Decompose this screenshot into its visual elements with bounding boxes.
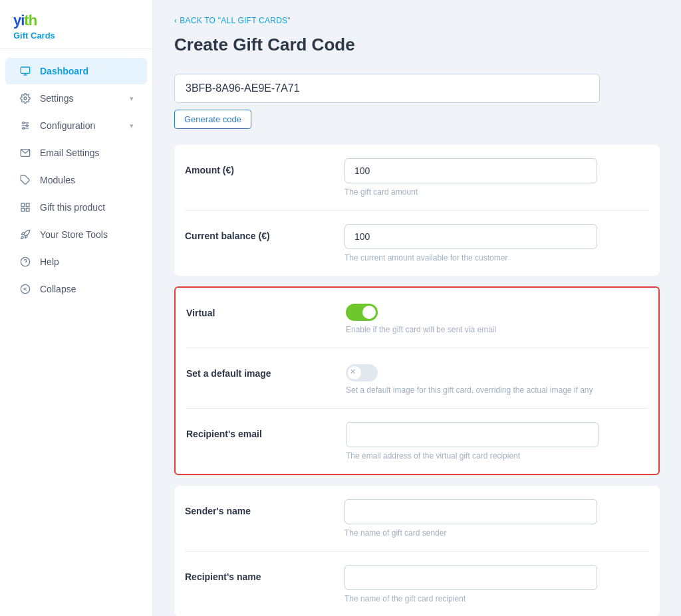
chevron-down-icon: ▾ — [130, 122, 134, 130]
virtual-toggle[interactable]: ✓ — [346, 304, 378, 321]
envelope-icon — [19, 146, 32, 159]
recipient-email-input[interactable] — [346, 422, 599, 447]
rocket-icon — [19, 228, 32, 241]
sidebar-item-label: Help — [40, 257, 59, 267]
sidebar-item-label: Email Settings — [40, 148, 99, 158]
sidebar-item-label: Dashboard — [40, 66, 88, 76]
chevron-down-icon: ▾ — [130, 94, 134, 103]
sidebar-item-modules[interactable]: Modules — [5, 167, 147, 193]
back-link-text: BACK TO "ALL GIFT CARDS" — [180, 16, 291, 25]
recipient-email-hint: The email address of the virtual gift ca… — [346, 451, 648, 461]
sender-name-field: The name of gift card sender — [344, 499, 649, 538]
chevron-left-icon: ‹ — [174, 16, 177, 25]
default-image-toggle[interactable]: ✕ — [346, 364, 378, 381]
logo-subtitle: Gift Cards — [13, 31, 55, 41]
default-image-label: Set a default image — [186, 361, 346, 379]
sidebar-item-configuration[interactable]: Configuration ▾ — [5, 112, 147, 139]
main-content: ‹ BACK TO "ALL GIFT CARDS" Create Gift C… — [153, 0, 681, 616]
highlighted-section: Virtual ✓ Enable if the gift card will b… — [174, 286, 660, 475]
virtual-toggle-wrap: ✓ — [346, 301, 648, 321]
recipient-name-hint: The name of the gift card recipient — [344, 594, 649, 603]
form-row-current-balance: Current balance (€) The current amount a… — [185, 210, 649, 276]
logo-text: yith — [13, 12, 37, 29]
svg-rect-14 — [21, 208, 25, 211]
recipient-email-label: Recipient's email — [186, 422, 346, 439]
svg-point-8 — [26, 125, 28, 127]
recipient-name-field: The name of the gift card recipient — [344, 565, 649, 603]
amount-label: Amount (€) — [185, 158, 344, 175]
form-fields-bottom: Sender's name The name of gift card send… — [174, 486, 660, 616]
gear-icon — [19, 92, 32, 105]
sidebar-item-email-settings[interactable]: Email Settings — [5, 140, 147, 166]
default-image-toggle-wrap: ✕ — [346, 361, 648, 381]
svg-rect-12 — [21, 203, 25, 207]
form-fields-top: Amount (€) The gift card amount Current … — [174, 145, 660, 276]
default-image-slider — [346, 364, 378, 381]
amount-hint: The gift card amount — [344, 187, 649, 197]
form-row-default-image: Set a default image ✕ Set a default imag… — [186, 348, 648, 408]
sidebar-item-your-store-tools[interactable]: Your Store Tools — [5, 221, 147, 248]
logo-area: yith Gift Cards — [0, 0, 152, 49]
amount-input[interactable] — [344, 158, 597, 183]
virtual-field: ✓ Enable if the gift card will be sent v… — [346, 301, 648, 334]
default-image-field: ✕ Set a default image for this gift card… — [346, 361, 648, 395]
sender-name-hint: The name of gift card sender — [344, 528, 649, 538]
sidebar-item-label: Modules — [40, 175, 75, 185]
yith-logo: yith Gift Cards — [13, 12, 139, 41]
sidebar-item-dashboard[interactable]: Dashboard — [5, 58, 147, 84]
back-link[interactable]: ‹ BACK TO "ALL GIFT CARDS" — [174, 16, 660, 25]
generate-code-button[interactable]: Generate code — [174, 110, 251, 129]
form-row-amount: Amount (€) The gift card amount — [185, 145, 649, 210]
monitor-icon — [19, 64, 32, 78]
form-row-recipient-name: Recipient's name The name of the gift ca… — [185, 551, 649, 616]
sender-name-label: Sender's name — [185, 499, 344, 516]
puzzle-icon — [19, 173, 32, 187]
sidebar-item-gift-this-product[interactable]: Gift this product — [5, 194, 147, 221]
svg-rect-13 — [26, 203, 29, 207]
current-balance-field: The current amount available for the cus… — [344, 224, 649, 262]
form-row-sender-name: Sender's name The name of gift card send… — [185, 486, 649, 551]
virtual-slider — [346, 304, 378, 321]
virtual-label: Virtual — [186, 301, 346, 318]
sliders-icon — [19, 119, 32, 132]
sidebar-item-label: Gift this product — [40, 202, 105, 213]
recipient-email-field: The email address of the virtual gift ca… — [346, 422, 648, 461]
collapse-label: Collapse — [40, 284, 76, 294]
form-row-recipient-email: Recipient's email The email address of t… — [186, 408, 648, 474]
code-input[interactable] — [174, 74, 600, 103]
question-icon — [19, 255, 32, 268]
svg-rect-0 — [21, 67, 29, 73]
recipient-name-label: Recipient's name — [185, 565, 344, 582]
current-balance-hint: The current amount available for the cus… — [344, 253, 649, 262]
sidebar-item-label: Settings — [40, 93, 74, 104]
code-section: Generate code — [174, 74, 660, 129]
sidebar-item-collapse[interactable]: Collapse — [5, 276, 147, 302]
form-row-virtual: Virtual ✓ Enable if the gift card will b… — [186, 288, 648, 348]
sidebar-item-help[interactable]: Help — [5, 249, 147, 275]
svg-point-9 — [23, 128, 25, 130]
current-balance-input[interactable] — [344, 224, 597, 249]
highlighted-section-wrapper: Virtual ✓ Enable if the gift card will b… — [174, 286, 660, 475]
recipient-name-input[interactable] — [344, 565, 597, 590]
svg-point-7 — [23, 122, 25, 124]
current-balance-label: Current balance (€) — [185, 224, 344, 241]
svg-point-18 — [21, 284, 29, 293]
page-title: Create Gift Card Code — [174, 35, 660, 55]
sidebar-item-label: Your Store Tools — [40, 229, 108, 240]
virtual-hint: Enable if the gift card will be sent via… — [346, 325, 648, 334]
default-image-hint: Set a default image for this gift card, … — [346, 385, 648, 395]
sidebar-nav: Dashboard Settings ▾ Configuration ▾ Ema… — [0, 49, 152, 616]
sidebar-item-label: Configuration — [40, 120, 95, 131]
svg-point-3 — [24, 97, 27, 100]
grid-icon — [19, 201, 32, 214]
sidebar: yith Gift Cards Dashboard Settings ▾ Co — [0, 0, 153, 616]
amount-field: The gift card amount — [344, 158, 649, 197]
sidebar-item-settings[interactable]: Settings ▾ — [5, 85, 147, 112]
sender-name-input[interactable] — [344, 499, 597, 524]
svg-rect-15 — [26, 208, 29, 211]
collapse-icon — [19, 282, 32, 296]
